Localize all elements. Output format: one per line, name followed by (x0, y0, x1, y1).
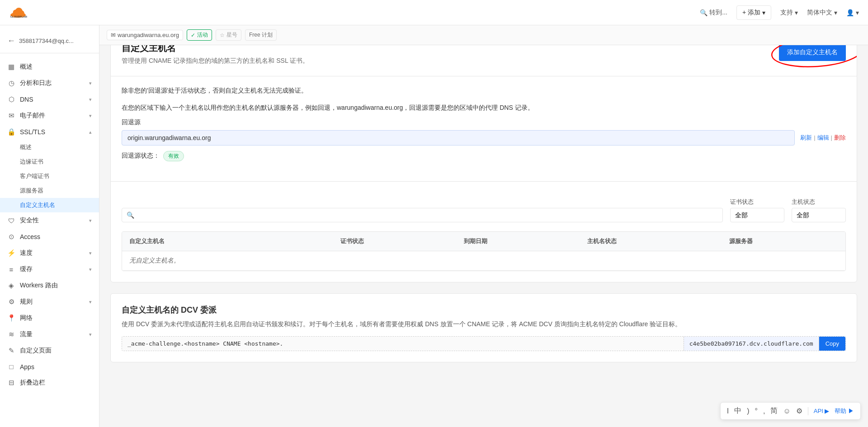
language-menu[interactable]: 简体中文 ▾ (807, 9, 837, 17)
add-button-label: 添加自定义主机名 (787, 48, 838, 56)
nav-label-cache: 缓存 (20, 265, 85, 273)
domain-badge: ✉ warungadiwarna.eu.org (107, 30, 183, 40)
cloudflare-logo: CLOUDFLARE (9, 6, 27, 19)
card-body-notice: 除非您的'回退源'处于活动状态，否则自定义主机名无法完成验证。 在您的区域下输入… (111, 76, 857, 174)
main-content: 自定义主机名 管理使用 CNAME 记录指向您的域的第三方的主机名和 SSL 证… (99, 20, 868, 384)
edit-link[interactable]: 编辑 (817, 134, 829, 142)
account-back[interactable]: ← 3588177344@qq.c... (0, 33, 99, 53)
hostname-status-label: 主机状态 (792, 198, 846, 206)
dcv-code-label: _acme-challenge.<hostname> CNAME <hostna… (122, 337, 684, 351)
refresh-link[interactable]: 刷新 (800, 134, 812, 142)
dcv-code-value: c4e5be02ba097167.dcv.cloudflare.com (684, 337, 819, 351)
sidebar-nav: ▦ 概述 ◷ 分析和日志 ▾ ⬡ DNS ▾ ✉ 电子邮件 ▾ 🔒 SSL/TL… (0, 57, 99, 384)
topnav-left: CLOUDFLARE (9, 6, 27, 19)
user-menu[interactable]: 👤 ▾ (846, 9, 859, 16)
traffic-icon: ≋ (7, 330, 15, 338)
network-icon: 📍 (7, 314, 15, 322)
nav-label-apps: Apps (20, 363, 92, 371)
chevron-down-icon: ▾ (89, 97, 92, 103)
dcv-description: 使用 DCV 委派为未代理或适配符主机名启用自动证书颁发和续订。对于每个主机名，… (122, 319, 846, 329)
sidebar-item-overview[interactable]: ▦ 概述 (0, 59, 99, 75)
nav-label-access: Access (20, 233, 92, 240)
support-menu[interactable]: 支持 ▾ (780, 9, 798, 17)
hostname-status-group: 主机状态 全部 (792, 198, 846, 222)
sidebar-item-security[interactable]: 🛡 安全性 ▾ (0, 212, 99, 229)
sidebar-item-edge-cert[interactable]: 边缘证书 (0, 155, 99, 169)
origin-input-display: origin.warungadiwarna.eu.org (122, 130, 795, 145)
notice-text2: 在您的区域下输入一个主机名以用作您的主机名的默认源服务器，例如回退，warung… (122, 103, 846, 113)
empty-message: 无自定义主机名。 (122, 251, 333, 270)
sidebar-item-rules[interactable]: ⚙ 规则 ▾ (0, 294, 99, 310)
sidebar-item-client-cert[interactable]: 客户端证书 (0, 169, 99, 183)
sidebar-item-custom-pages[interactable]: ✎ 自定义页面 (0, 343, 99, 359)
language-label: 简体中文 (807, 9, 832, 17)
ssl-sub-client: 客户端证书 (20, 172, 49, 180)
add-custom-hostname-button[interactable]: 添加自定义主机名 (779, 44, 846, 61)
ssl-sub-origin: 源服务器 (20, 187, 43, 195)
user-icon: 👤 (846, 9, 854, 16)
plan-badge: Free 计划 (245, 29, 277, 41)
topnav-right: 🔍 转到... + 添加 ▾ 支持 ▾ 简体中文 ▾ 👤 ▾ (700, 5, 859, 20)
dcv-card: 自定义主机名的 DCV 委派 使用 DCV 委派为未代理或适配符主机名启用自动证… (110, 293, 857, 362)
star-badge[interactable]: ☆ 星号 (216, 29, 241, 41)
th-cert-status: 证书状态 (333, 232, 457, 251)
status-badge: 有效 (163, 151, 184, 161)
search-input-wrap[interactable]: 🔍 (122, 208, 723, 222)
sidebar-item-custom-hostname[interactable]: 自定义主机名 (0, 198, 99, 212)
sidebar-item-access[interactable]: ⊙ Access (0, 229, 99, 245)
chevron-up-icon: ▴ (89, 129, 92, 135)
collapse-icon: ⊟ (7, 379, 15, 384)
search-goto[interactable]: 🔍 转到... (700, 9, 727, 17)
chevron-down-icon: ▾ (89, 332, 92, 338)
speed-icon: ⚡ (7, 249, 15, 257)
sidebar-item-workers[interactable]: ◈ Workers 路由 (0, 277, 99, 294)
workers-icon: ◈ (7, 282, 15, 290)
sidebar-item-ssl-overview[interactable]: 概述 (0, 140, 99, 155)
notice-text: 除非您的'回退源'处于活动状态，否则自定义主机名无法完成验证。 (122, 85, 846, 95)
nav-label-dns: DNS (20, 96, 85, 103)
dns-icon: ⬡ (7, 95, 15, 103)
sidebar-item-apps[interactable]: □ Apps (0, 359, 99, 375)
apps-icon: □ (7, 363, 15, 371)
hostname-search-input[interactable] (138, 211, 718, 219)
divider (111, 181, 857, 182)
sidebar-item-collapse[interactable]: ⊟ 折叠边栏 (0, 375, 99, 384)
copy-button[interactable]: Copy (819, 337, 845, 351)
custom-hostname-table: 自定义主机名 证书状态 到期日期 主机名状态 源服务器 无自定义主机名。 (122, 232, 845, 271)
ssl-sub-overview: 概述 (20, 143, 32, 151)
action-links: 刷新 | 编辑 | 删除 (800, 134, 846, 142)
nav-label-rules: 规则 (20, 298, 85, 306)
sidebar-item-ssl[interactable]: 🔒 SSL/TLS ▴ (0, 124, 99, 140)
copy-label: Copy (826, 340, 839, 347)
nav-label-collapse: 折叠边栏 (20, 379, 92, 384)
add-label: + 添加 (742, 9, 760, 17)
th-hostname-status: 主机名状态 (580, 232, 722, 251)
card-header-left: 自定义主机名 管理使用 CNAME 记录指向您的域的第三方的主机名和 SSL 证… (122, 42, 309, 65)
search-icon: 🔍 (127, 211, 134, 219)
sidebar-item-origin-server[interactable]: 源服务器 (0, 183, 99, 198)
hostname-status-select[interactable]: 全部 (792, 208, 846, 222)
sidebar-item-analytics[interactable]: ◷ 分析和日志 ▾ (0, 75, 99, 91)
email-icon: ✉ (7, 112, 15, 120)
th-expiry: 到期日期 (457, 232, 580, 251)
search-filter-group: 证书状态 🔍 (122, 198, 723, 222)
add-button[interactable]: + 添加 ▾ (736, 5, 771, 20)
table-header: 自定义主机名 证书状态 到期日期 主机名状态 源服务器 (122, 232, 845, 251)
sidebar-item-dns[interactable]: ⬡ DNS ▾ (0, 91, 99, 108)
sidebar-item-network[interactable]: 📍 网络 (0, 310, 99, 326)
nav-label-workers: Workers 路由 (20, 282, 92, 290)
cert-status-select[interactable]: 全部 (730, 208, 784, 222)
sidebar-item-traffic[interactable]: ≋ 流量 ▾ (0, 326, 99, 343)
nav-label-custom-pages: 自定义页面 (20, 347, 92, 355)
nav-label-network: 网络 (20, 314, 92, 322)
ssl-sub-custom: 自定义主机名 (20, 201, 55, 209)
sidebar-item-speed[interactable]: ⚡ 速度 ▾ (0, 245, 99, 261)
table-empty-row: 无自定义主机名。 (122, 251, 845, 270)
table-section: 自定义主机名 证书状态 到期日期 主机名状态 源服务器 无自定义主机名。 (111, 231, 857, 282)
chevron-down-icon: ▾ (795, 9, 798, 16)
sidebar-item-email[interactable]: ✉ 电子邮件 ▾ (0, 108, 99, 124)
chevron-down-icon: ▾ (834, 9, 837, 16)
delete-link[interactable]: 删除 (834, 134, 846, 142)
sidebar-item-cache[interactable]: ≡ 缓存 ▾ (0, 261, 99, 277)
chevron-down-icon: ▾ (89, 113, 92, 119)
